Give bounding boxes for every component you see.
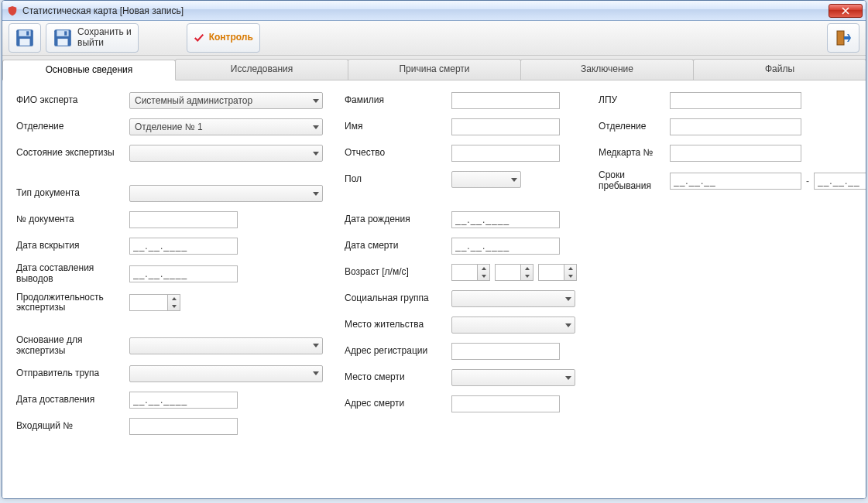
death-input[interactable] xyxy=(451,238,560,255)
medcard-input[interactable] xyxy=(670,145,801,162)
chevron-down-icon xyxy=(313,152,319,156)
expert-fio-label: ФИО эксперта xyxy=(16,95,129,106)
department-label: Отделение xyxy=(16,121,129,132)
lpu-label: ЛПУ xyxy=(599,95,670,106)
column-right: ЛПУ Отделение Медкарта № Сроки пребывани… xyxy=(599,91,866,488)
chevron-down-icon xyxy=(313,344,319,347)
age-months-input[interactable] xyxy=(495,264,521,281)
name-label: Имя xyxy=(345,121,451,132)
social-label: Социальная группа xyxy=(345,293,451,304)
column-left: ФИО эксперта Системный администратор Отд… xyxy=(16,91,323,488)
titlebar: Статистическая карта [Новая запись] xyxy=(2,1,866,21)
app-window: Статистическая карта [Новая запись] Сохр… xyxy=(2,0,866,499)
birth-input[interactable] xyxy=(451,211,560,228)
tab-bar: Основные сведения Исследования Причина с… xyxy=(2,56,866,80)
doc-type-select[interactable] xyxy=(129,185,323,202)
close-button[interactable] xyxy=(829,4,863,18)
duration-spinner[interactable] xyxy=(168,294,180,311)
app-shield-icon xyxy=(7,5,18,16)
svg-rect-3 xyxy=(26,31,29,35)
chevron-down-icon xyxy=(313,125,319,129)
floppy-icon xyxy=(15,28,35,48)
svg-rect-7 xyxy=(64,31,67,35)
form-area: ФИО эксперта Системный администратор Отд… xyxy=(2,80,866,498)
patronymic-input[interactable] xyxy=(451,145,560,162)
age-days-input[interactable] xyxy=(538,264,564,281)
residence-label: Место жительства xyxy=(345,320,451,330)
check-icon xyxy=(194,33,204,43)
surname-input[interactable] xyxy=(451,92,560,109)
window-title: Статистическая карта [Новая запись] xyxy=(22,5,829,16)
close-icon xyxy=(842,7,849,15)
tab-research[interactable]: Исследования xyxy=(175,59,348,80)
svg-rect-8 xyxy=(837,31,844,45)
incoming-no-input[interactable] xyxy=(129,418,238,435)
save-button[interactable] xyxy=(9,23,41,53)
surname-label: Фамилия xyxy=(345,95,451,106)
department3-label: Отделение xyxy=(599,121,670,132)
patronymic-label: Отчество xyxy=(345,148,451,159)
open-date-label: Дата вскрытия xyxy=(16,241,129,252)
stay-to-input[interactable] xyxy=(814,173,866,190)
stay-from-input[interactable] xyxy=(670,173,801,190)
chevron-down-icon xyxy=(565,297,571,301)
lpu-input[interactable] xyxy=(670,92,801,109)
gender-select[interactable] xyxy=(451,171,521,188)
birth-label: Дата рождения xyxy=(345,214,451,225)
residence-select[interactable] xyxy=(451,317,575,334)
tab-files[interactable]: Файлы xyxy=(693,59,866,80)
name-input[interactable] xyxy=(451,118,560,135)
death-label: Дата смерти xyxy=(345,241,451,252)
delivery-date-label: Дата доставления xyxy=(16,395,129,405)
basis-select[interactable] xyxy=(129,337,323,354)
reg-addr-label: Адрес регистрации xyxy=(345,346,451,357)
gender-label: Пол xyxy=(345,174,451,185)
control-button[interactable]: Контроль xyxy=(187,23,260,53)
tab-conclusion[interactable]: Заключение xyxy=(520,59,694,80)
save-and-exit-button[interactable]: Сохранить и выйти xyxy=(46,23,139,53)
chevron-down-icon xyxy=(313,192,319,196)
age-months-spinner[interactable] xyxy=(521,264,533,281)
chevron-down-icon xyxy=(313,99,319,103)
conclusions-date-label: Дата составления выводов xyxy=(16,263,129,285)
tab-main-info[interactable]: Основные сведения xyxy=(2,60,176,80)
exam-state-label: Состояние экспертизы xyxy=(16,148,129,159)
basis-label: Основание для экспертизы xyxy=(16,335,129,357)
incoming-no-label: Входящий № xyxy=(16,421,129,432)
sender-select[interactable] xyxy=(129,365,323,382)
doc-no-input[interactable] xyxy=(129,211,238,228)
conclusions-date-input[interactable] xyxy=(129,265,238,282)
age-years-spinner[interactable] xyxy=(478,264,490,281)
tab-death-cause[interactable]: Причина смерти xyxy=(348,59,521,80)
death-addr-label: Адрес смерти xyxy=(345,399,451,409)
expert-fio-select[interactable]: Системный администратор xyxy=(129,92,323,109)
doc-no-label: № документа xyxy=(16,214,129,225)
stay-dash: - xyxy=(806,176,809,186)
control-label: Контроль xyxy=(209,33,253,43)
doc-type-label: Тип документа xyxy=(16,188,129,199)
chevron-down-icon xyxy=(565,376,571,380)
reg-addr-input[interactable] xyxy=(451,343,560,360)
age-years-input[interactable] xyxy=(451,264,478,281)
death-addr-input[interactable] xyxy=(451,395,560,412)
toolbar: Сохранить и выйти Контроль xyxy=(2,21,866,56)
column-middle: Фамилия Имя Отчество Пол Дата рождения Д… xyxy=(345,91,577,488)
chevron-down-icon xyxy=(565,323,571,327)
department3-input[interactable] xyxy=(670,118,801,135)
department-select[interactable]: Отделение № 1 xyxy=(129,118,323,135)
exit-door-icon xyxy=(834,29,853,47)
exam-state-select[interactable] xyxy=(129,145,323,162)
chevron-down-icon xyxy=(313,371,319,375)
age-days-spinner[interactable] xyxy=(564,264,577,281)
medcard-label: Медкарта № xyxy=(599,148,670,159)
open-date-input[interactable] xyxy=(129,238,238,255)
chevron-down-icon xyxy=(511,178,517,182)
social-select[interactable] xyxy=(451,290,575,307)
death-place-select[interactable] xyxy=(451,369,575,386)
floppy-icon xyxy=(53,28,73,48)
sender-label: Отправитель трупа xyxy=(16,368,129,379)
exit-button[interactable] xyxy=(827,23,859,53)
delivery-date-input[interactable] xyxy=(129,392,238,409)
duration-input[interactable] xyxy=(129,294,168,311)
stay-label: Сроки пребывания xyxy=(599,170,670,192)
